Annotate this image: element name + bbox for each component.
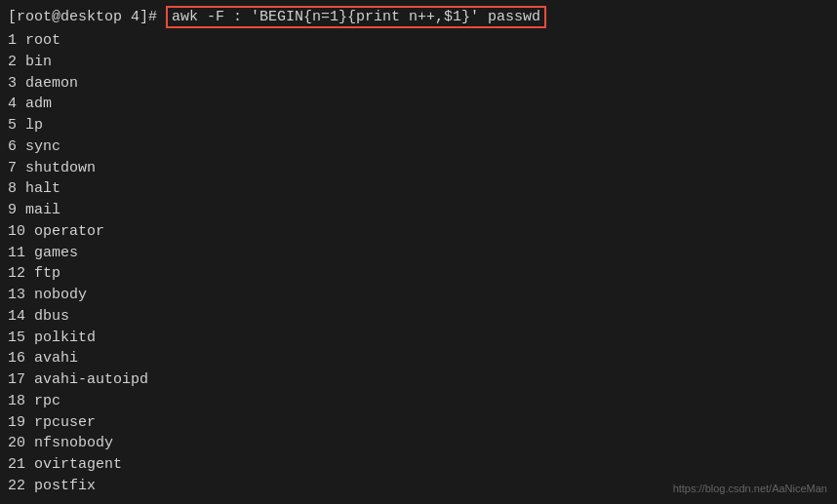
- output-line: 8 halt: [8, 178, 829, 200]
- terminal-window: [root@desktop 4]# awk -F : 'BEGIN{n=1}{p…: [0, 0, 837, 504]
- output-line: 11 games: [8, 243, 829, 264]
- command-box: awk -F : 'BEGIN{n=1}{print n++,$1}' pass…: [166, 6, 546, 28]
- output-line: 16 avahi: [8, 348, 829, 369]
- prompt-text: [root@desktop 4]#: [8, 9, 166, 25]
- output-line: 19 rpcuser: [8, 412, 829, 434]
- prompt-line: [root@desktop 4]# awk -F : 'BEGIN{n=1}{p…: [8, 6, 829, 28]
- output-line: 4 adm: [8, 94, 829, 115]
- output-line: 2 bin: [8, 52, 829, 73]
- output-line: 9 mail: [8, 200, 829, 221]
- output-line: 5 lp: [8, 115, 829, 136]
- output-line: 13 nobody: [8, 285, 829, 306]
- output-line: 20 nfsnobody: [8, 433, 829, 454]
- output-line: 18 rpc: [8, 391, 829, 412]
- output-line: 10 operator: [8, 221, 829, 243]
- output-line: 14 dbus: [8, 306, 829, 328]
- watermark: https://blog.csdn.net/AaNiceMan: [673, 483, 827, 494]
- output-line: 12 ftp: [8, 263, 829, 285]
- output-container: 1 root2 bin3 daemon4 adm5 lp6 sync7 shut…: [8, 30, 829, 497]
- output-line: 1 root: [8, 30, 829, 52]
- output-line: 3 daemon: [8, 73, 829, 95]
- output-line: 7 shutdown: [8, 158, 829, 179]
- output-line: 21 ovirtagent: [8, 454, 829, 476]
- output-line: 6 sync: [8, 136, 829, 158]
- output-line: 15 polkitd: [8, 328, 829, 349]
- output-line: 17 avahi-autoipd: [8, 369, 829, 391]
